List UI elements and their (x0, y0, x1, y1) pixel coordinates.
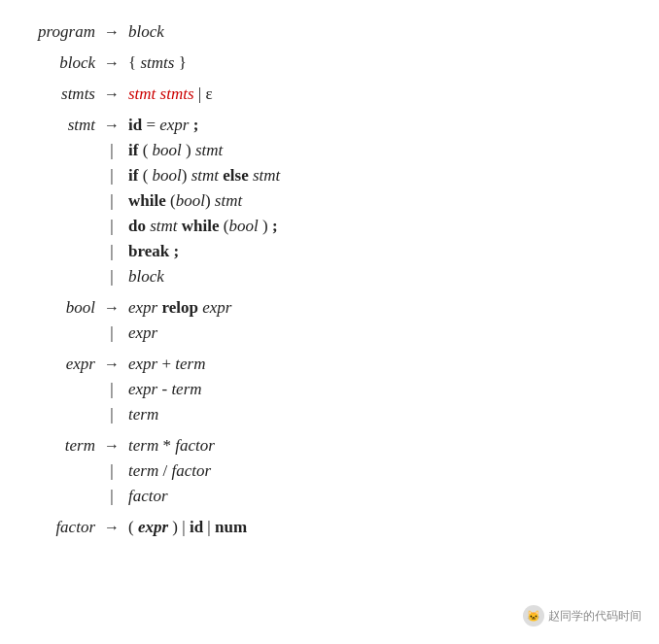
watermark-text: 赵同学的代码时间 (548, 608, 642, 625)
grammar-lhs (29, 138, 97, 163)
grammar-lhs: expr (29, 352, 97, 377)
grammar-row: program→block (29, 19, 630, 45)
grammar-lhs: bool (29, 295, 97, 321)
grammar-arrow: | (97, 377, 126, 402)
grammar-row: |if ( bool) stmt else stmt (29, 163, 630, 188)
grammar-arrow: | (97, 138, 126, 163)
grammar-rhs: { stmts } (126, 51, 630, 76)
grammar-lhs (29, 239, 97, 264)
grammar-arrow: | (97, 163, 126, 188)
grammar-row: |expr - term (29, 377, 630, 402)
grammar-arrow: → (97, 113, 126, 138)
grammar-arrow: → (97, 352, 126, 377)
grammar-row: |term / factor (29, 458, 630, 484)
grammar-arrow: | (97, 188, 126, 214)
grammar-arrow: | (97, 214, 126, 239)
grammar-arrow: → (97, 82, 126, 107)
grammar-lhs (29, 214, 97, 239)
grammar-arrow: → (97, 515, 126, 540)
grammar-row: term→term * factor (29, 433, 630, 458)
grammar-lhs (29, 484, 97, 509)
grammar-arrow: → (97, 51, 126, 76)
grammar-rhs: block (126, 264, 630, 289)
grammar-lhs (29, 188, 97, 214)
grammar-row: factor→( expr ) | id | num (29, 515, 630, 540)
grammar-rhs: while (bool) stmt (126, 188, 630, 214)
grammar-rhs: expr (126, 321, 630, 346)
watermark: 🐱 赵同学的代码时间 (523, 605, 642, 627)
grammar-row: expr→expr + term (29, 352, 630, 377)
grammar-row: stmts→stmt stmts | ε (29, 82, 630, 107)
grammar-arrow: | (97, 321, 126, 346)
grammar-row: |if ( bool ) stmt (29, 138, 630, 163)
grammar-arrow: | (97, 264, 126, 289)
grammar-rhs: block (126, 19, 630, 45)
grammar-rhs: term / factor (126, 458, 630, 484)
grammar-rhs: expr + term (126, 352, 630, 377)
grammar-row: |block (29, 264, 630, 289)
grammar-arrow: | (97, 239, 126, 264)
grammar-arrow: | (97, 458, 126, 484)
grammar-rhs: stmt stmts | ε (126, 82, 630, 107)
grammar-rhs: id = expr ; (126, 113, 630, 138)
grammar-lhs (29, 264, 97, 289)
grammar-arrow: → (97, 19, 126, 45)
grammar-lhs: stmts (29, 82, 97, 107)
grammar-rhs: term (126, 402, 630, 427)
grammar-lhs (29, 321, 97, 346)
grammar-rhs: expr relop expr (126, 295, 630, 321)
grammar-row: bool→expr relop expr (29, 295, 630, 321)
grammar-lhs (29, 377, 97, 402)
grammar-rhs: term * factor (126, 433, 630, 458)
grammar-lhs: factor (29, 515, 97, 540)
grammar-row: |term (29, 402, 630, 427)
grammar-row: |do stmt while (bool ) ; (29, 214, 630, 239)
grammar-lhs: program (29, 19, 97, 45)
grammar-arrow: | (97, 484, 126, 509)
grammar-arrow: → (97, 295, 126, 321)
grammar-arrow: → (97, 433, 126, 458)
watermark-icon: 🐱 (523, 605, 544, 627)
grammar-rhs: break ; (126, 239, 630, 264)
grammar-rhs: ( expr ) | id | num (126, 515, 630, 540)
grammar-lhs (29, 402, 97, 427)
grammar-row: |expr (29, 321, 630, 346)
grammar-rhs: if ( bool) stmt else stmt (126, 163, 630, 188)
grammar-rhs: if ( bool ) stmt (126, 138, 630, 163)
grammar-lhs (29, 163, 97, 188)
grammar-rhs: expr - term (126, 377, 630, 402)
grammar-lhs: block (29, 51, 97, 76)
grammar-table: program→blockblock→{ stmts }stmts→stmt s… (29, 19, 630, 540)
grammar-lhs: stmt (29, 113, 97, 138)
grammar-row: |while (bool) stmt (29, 188, 630, 214)
grammar-rhs: factor (126, 484, 630, 509)
grammar-rhs: do stmt while (bool ) ; (126, 214, 630, 239)
grammar-row: block→{ stmts } (29, 51, 630, 76)
grammar-arrow: | (97, 402, 126, 427)
grammar-lhs (29, 458, 97, 484)
grammar-row: |factor (29, 484, 630, 509)
grammar-lhs: term (29, 433, 97, 458)
grammar-row: stmt→id = expr ; (29, 113, 630, 138)
grammar-row: |break ; (29, 239, 630, 264)
